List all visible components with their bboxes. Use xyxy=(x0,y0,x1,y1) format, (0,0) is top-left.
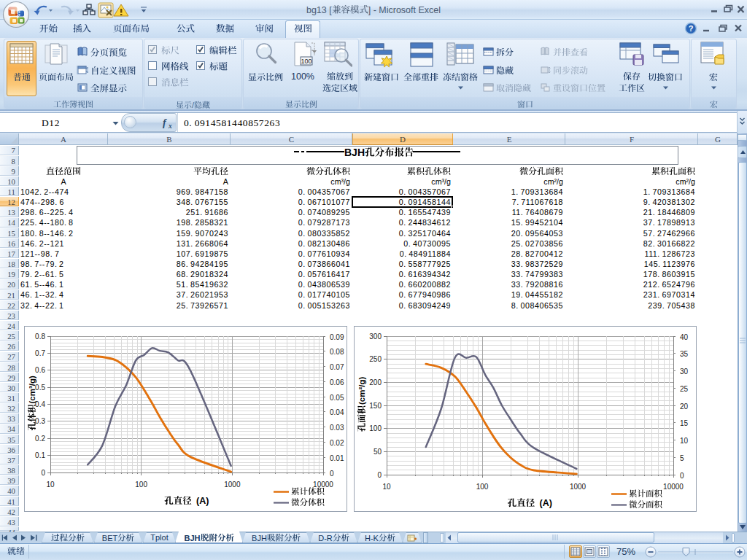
svg-text:(A): (A) xyxy=(540,498,552,508)
svg-text:200: 200 xyxy=(369,378,382,386)
svg-text:100: 100 xyxy=(135,481,147,489)
svg-text:(cm²/g): (cm²/g) xyxy=(357,377,366,405)
svg-text:0.8: 0.8 xyxy=(35,332,45,341)
svg-text:0: 0 xyxy=(377,471,382,479)
svg-text:10000: 10000 xyxy=(313,481,333,489)
svg-text:10: 10 xyxy=(680,437,689,445)
svg-text:(A): (A) xyxy=(196,496,209,506)
svg-text:0.2: 0.2 xyxy=(35,435,45,443)
svg-text:0.6: 0.6 xyxy=(35,366,45,374)
svg-text:0: 0 xyxy=(680,472,684,480)
svg-text:100: 100 xyxy=(369,424,382,432)
svg-text:250: 250 xyxy=(369,355,382,363)
svg-text:0.09: 0.09 xyxy=(330,333,344,341)
svg-text:0.5: 0.5 xyxy=(35,384,45,392)
svg-text:40: 40 xyxy=(680,333,689,341)
svg-text:?: ? xyxy=(689,24,694,33)
svg-text:20: 20 xyxy=(680,402,689,411)
svg-text:0.08: 0.08 xyxy=(330,348,344,356)
svg-text:0.7: 0.7 xyxy=(35,349,45,357)
svg-text:5: 5 xyxy=(680,454,684,462)
svg-text:0.06: 0.06 xyxy=(330,378,344,386)
svg-text:0.03: 0.03 xyxy=(330,424,344,432)
svg-text:(cm³/g): (cm³/g) xyxy=(28,376,36,404)
svg-text:1000: 1000 xyxy=(570,483,587,491)
svg-text:10: 10 xyxy=(46,481,55,489)
svg-text:35: 35 xyxy=(680,350,689,358)
svg-text:50: 50 xyxy=(374,448,382,456)
svg-text:0.3: 0.3 xyxy=(35,417,45,425)
svg-text:0.01: 0.01 xyxy=(330,454,344,462)
svg-text:100: 100 xyxy=(476,483,489,491)
svg-text:0.02: 0.02 xyxy=(330,439,344,447)
svg-text:0.1: 0.1 xyxy=(35,451,45,459)
svg-text:10: 10 xyxy=(382,483,391,491)
svg-text:1000: 1000 xyxy=(224,481,241,489)
svg-text:0.04: 0.04 xyxy=(330,408,344,416)
svg-text:0: 0 xyxy=(41,469,45,477)
svg-text:10000: 10000 xyxy=(663,483,684,491)
svg-text:0.05: 0.05 xyxy=(330,394,344,402)
svg-text:300: 300 xyxy=(369,332,382,341)
svg-text:0.07: 0.07 xyxy=(330,363,344,371)
svg-text:0: 0 xyxy=(330,470,334,478)
svg-text:150: 150 xyxy=(369,402,382,410)
svg-text:15: 15 xyxy=(680,419,689,427)
svg-text:100: 100 xyxy=(301,58,311,65)
svg-text:0.4: 0.4 xyxy=(35,400,45,408)
svg-text:25: 25 xyxy=(680,385,689,393)
svg-text:30: 30 xyxy=(680,368,689,376)
